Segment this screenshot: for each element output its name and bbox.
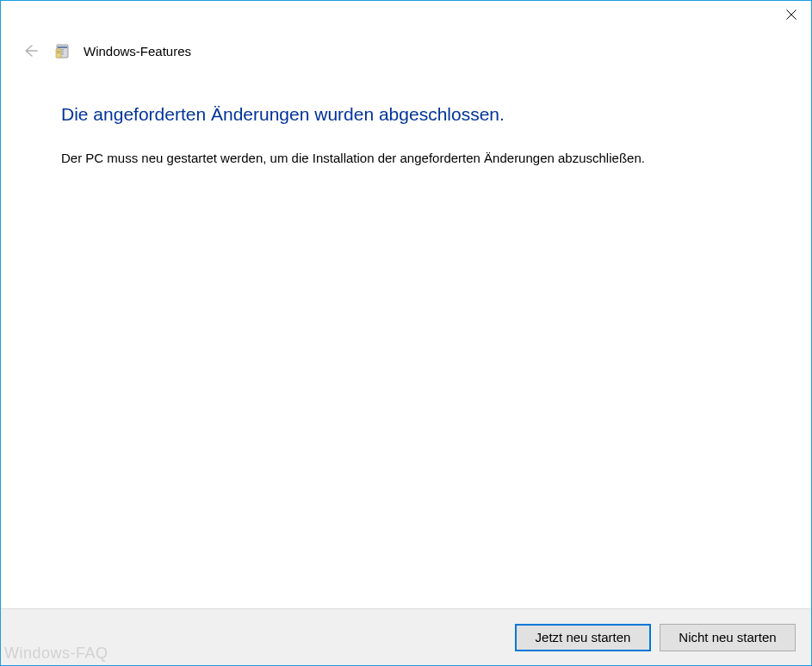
windows-features-icon [54,42,71,59]
svg-rect-8 [57,52,60,53]
body-text: Der PC muss neu gestartet werden, um die… [61,149,751,167]
header-row: Windows-Features [1,34,811,63]
dialog-window: Windows-Features Die angeforderten Änder… [0,0,812,666]
svg-rect-3 [58,46,67,48]
content-area: Die angeforderten Änderungen wurden abge… [1,63,811,608]
footer: Jetzt neu starten Nicht neu starten [1,608,811,665]
close-icon [786,9,797,20]
heading: Die angeforderten Änderungen wurden abge… [61,104,751,125]
arrow-left-icon [22,42,39,59]
close-button[interactable] [772,1,811,28]
header-title: Windows-Features [84,44,191,59]
back-button[interactable] [18,39,42,63]
titlebar [1,1,811,34]
do-not-restart-button[interactable]: Nicht neu starten [660,624,796,651]
restart-now-button[interactable]: Jetzt neu starten [515,624,651,651]
svg-rect-7 [57,51,60,52]
